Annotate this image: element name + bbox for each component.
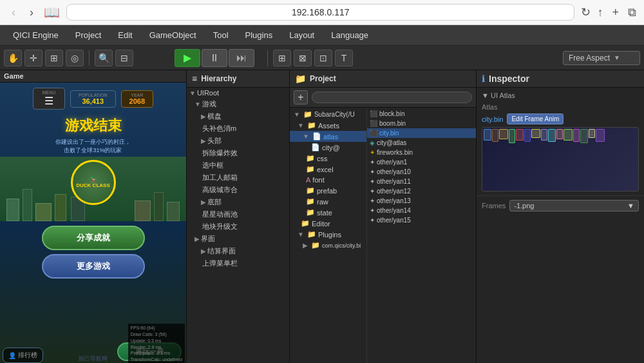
tree-item-upgrade[interactable]: 地块升级文: [187, 221, 289, 233]
folder-state[interactable]: 📁 state: [290, 207, 366, 218]
folder-plugins[interactable]: 📁 Plugins: [290, 229, 366, 240]
tree-item-game[interactable]: 游戏: [187, 98, 289, 110]
project-folder-icon: 📁: [295, 74, 306, 84]
step-button[interactable]: ⏭: [229, 49, 254, 67]
folder-icon-font: A: [306, 176, 310, 184]
file-yan15[interactable]: ✦ other/yan15: [367, 215, 476, 225]
file-icon-boom: ⬛: [370, 120, 377, 127]
browser-chrome: ‹ › 📖 192.168.0.117 ↻ ↑ + ⧉: [0, 0, 644, 25]
folder-icon-assets: 📁: [307, 121, 316, 130]
frames-row: Frames -1.png ▼: [477, 196, 644, 215]
menu-qici[interactable]: QICI Engine: [5, 28, 66, 43]
folder-editor[interactable]: 📁 Editor: [290, 218, 366, 229]
url-bar[interactable]: 192.168.0.117: [66, 4, 574, 21]
tree-item-select[interactable]: 选中框: [187, 159, 289, 172]
folder-excel[interactable]: 📁 excel: [290, 164, 366, 175]
forward-button[interactable]: ›: [26, 5, 37, 21]
menu-project[interactable]: Project: [68, 28, 109, 43]
frames-value: -1.png: [514, 202, 534, 210]
file-yan13[interactable]: ✦ other/yan13: [367, 196, 476, 206]
debug-overlay: FPS:60 (64) Draw Calls: 3 (56) Update: 0…: [128, 324, 185, 363]
menu-gameobject[interactable]: GameObject: [142, 28, 204, 43]
folder-subara[interactable]: 📁 SubaraCity(/U: [290, 109, 366, 120]
folder-raw[interactable]: 📁 raw: [290, 196, 366, 207]
file-yan10[interactable]: ✦ other/yan10: [367, 167, 476, 177]
tool-grid[interactable]: ⊟: [115, 50, 133, 66]
tree-item-head[interactable]: 头部: [187, 135, 289, 147]
aspect-ratio-selector[interactable]: Free Aspect ▼: [563, 51, 640, 65]
game-content: MENU ☰ POPULATION 36,413 YEAR 2068 游戏结束 …: [0, 83, 186, 363]
tool-move[interactable]: ✛: [24, 50, 43, 66]
folder-font[interactable]: A font: [290, 175, 366, 185]
play-button[interactable]: ▶: [175, 49, 200, 67]
tree-item-headcomp[interactable]: 头补色消m: [187, 123, 289, 135]
tool-rect[interactable]: ⊞: [45, 50, 63, 66]
tool-layout2[interactable]: ⊠: [294, 50, 312, 66]
project-search-input[interactable]: [312, 92, 472, 103]
tool-hand[interactable]: ✋: [4, 50, 22, 66]
tree-item-city[interactable]: 高级城市合: [187, 184, 289, 196]
refresh-icon[interactable]: ↻: [581, 5, 591, 19]
rank-button[interactable]: 👤 排行榜: [3, 348, 43, 363]
pause-button[interactable]: ⏸: [202, 49, 227, 67]
tree-item-ui[interactable]: 界面: [187, 233, 289, 245]
menu-edit[interactable]: Edit: [110, 28, 140, 43]
menu-layout[interactable]: Layout: [281, 28, 322, 43]
back-button[interactable]: ‹: [8, 5, 19, 21]
menu-plugins[interactable]: Plugins: [238, 28, 281, 43]
frames-dropdown-arrow: ▼: [627, 202, 634, 210]
tree-item-stars[interactable]: 星星动画池: [187, 208, 289, 221]
folder-atlas[interactable]: 📄 atlas: [290, 131, 366, 142]
tree-item-board[interactable]: 棋盘: [187, 110, 289, 123]
add-tab-icon[interactable]: +: [612, 6, 619, 19]
file-city-bin[interactable]: ⬛ city.bin: [367, 128, 476, 138]
bookmarks-icon[interactable]: 📖: [44, 5, 60, 20]
edit-frame-anim-button[interactable]: Edit Frame Anim: [507, 113, 564, 124]
file-fireworks-bin[interactable]: ✦ fireworks.bin: [367, 148, 476, 157]
aspect-ratio-label: Free Aspect: [569, 54, 610, 63]
tree-item-menu[interactable]: 上弹菜单栏: [187, 257, 289, 270]
file-icon-yan11: ✦: [370, 178, 375, 185]
tool-layout1[interactable]: ⊞: [273, 50, 291, 66]
tree-item-mail[interactable]: 加工人邮箱: [187, 172, 289, 184]
tree-item-settlement[interactable]: 结算界面: [187, 245, 289, 257]
file-yan12[interactable]: ✦ other/yan12: [367, 186, 476, 196]
atlas-preview: [482, 127, 639, 191]
file-yan14[interactable]: ✦ other/yan14: [367, 206, 476, 215]
tool-layout3[interactable]: ⊡: [314, 50, 332, 66]
tree-item-explode[interactable]: 拆除爆炸效: [187, 147, 289, 159]
project-add-button[interactable]: +: [294, 90, 308, 104]
tree-item-bottom[interactable]: 底部: [187, 196, 289, 208]
menu-tool[interactable]: Tool: [205, 28, 236, 43]
file-icon-yan14: ✦: [370, 207, 375, 214]
file-icon-yan10: ✦: [370, 168, 375, 175]
file-icon-yan12: ✦: [370, 188, 375, 195]
file-yan1[interactable]: ✦ other/yan1: [367, 157, 476, 167]
share-icon[interactable]: ↑: [597, 6, 603, 19]
share-button[interactable]: 分享成就: [42, 226, 145, 250]
tabs-icon[interactable]: ⧉: [628, 6, 636, 19]
file-yan11[interactable]: ✦ other/yan11: [367, 177, 476, 186]
more-games-button[interactable]: 更多游戏: [42, 254, 145, 279]
folder-assets[interactable]: 📁 Assets: [290, 120, 366, 131]
project-content: 📁 SubaraCity(/U 📁 Assets 📄 atlas 📄 city: [290, 108, 476, 363]
folder-city-at[interactable]: 📄 city@: [290, 142, 366, 153]
folder-icon-raw: 📁: [306, 197, 315, 206]
folder-css[interactable]: 📁 css: [290, 153, 366, 164]
tool-text[interactable]: T: [335, 50, 353, 66]
tool-target[interactable]: ◎: [66, 50, 84, 66]
file-boom-bin[interactable]: ⬛ boom.bin: [367, 119, 476, 128]
file-city-atlas[interactable]: ◈ city@atlas: [367, 138, 476, 148]
tree-item-uiroot[interactable]: UIRoot: [187, 88, 289, 98]
file-icon-yan13: ✦: [370, 197, 375, 204]
menu-language[interactable]: Language: [323, 28, 376, 43]
play-controls: ▶ ⏸ ⏭: [175, 49, 254, 67]
tool-zoom[interactable]: 🔍: [95, 50, 113, 66]
folder-prefab[interactable]: 📁 prefab: [290, 185, 366, 196]
toolbar: ✋ ✛ ⊞ ◎ 🔍 ⊟ ▶ ⏸ ⏭ ⊞ ⊠ ⊡ T Free Aspect ▼: [0, 46, 644, 70]
folder-com-qics[interactable]: 📁 com.qics/city.bi: [290, 240, 366, 251]
file-block-bin[interactable]: ⬛ block.bin: [367, 109, 476, 119]
hierarchy-title: Hierarchy: [201, 74, 236, 83]
folder-icon-subara: 📁: [303, 110, 312, 119]
frames-selector[interactable]: -1.png ▼: [509, 200, 639, 211]
